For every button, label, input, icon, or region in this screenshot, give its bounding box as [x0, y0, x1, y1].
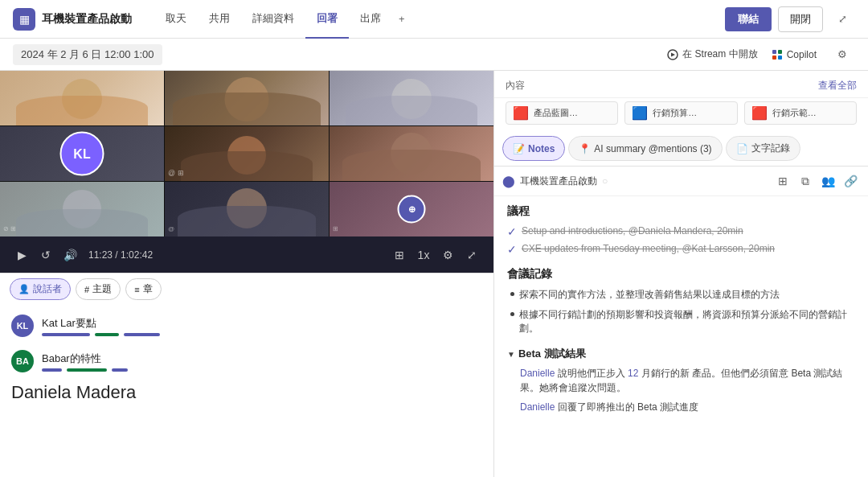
speaker-bars-1 — [42, 333, 482, 336]
speaker-name-2: Babar的特性 — [42, 352, 482, 366]
link-icon[interactable]: 🔗 — [841, 171, 860, 191]
beta-header: ▼ Beta 測試結果 — [507, 347, 855, 361]
svg-rect-2 — [778, 50, 782, 54]
main-content: KL @ ⊞ — [0, 71, 868, 477]
stream-link[interactable]: 在 Stream 中開放 — [666, 47, 757, 61]
tab-topics[interactable]: # 主題 — [76, 278, 121, 300]
time-display: 11:23 / 1:02:42 — [88, 249, 153, 261]
settings-icon[interactable]: ⚙ — [829, 42, 855, 68]
beta-section: ▼ Beta 測試結果 Danielle 說明他們正步入 12 月銷行的新 產品… — [507, 347, 855, 414]
file-card-1[interactable]: 🟥 產品藍圖… — [506, 101, 618, 125]
top-right-actions: 聯結 開閉 ⤢ — [725, 6, 855, 32]
tab-attendance[interactable]: 出席 — [349, 0, 392, 39]
video-overlay-icon-5: @ ⊞ — [168, 166, 184, 178]
copilot-link[interactable]: Copilot — [771, 48, 817, 61]
agenda-text-2b: , 20min — [743, 243, 775, 254]
speaker-item-2[interactable]: BA Babar的特性 — [0, 343, 493, 379]
volume-button[interactable]: 🔊 — [58, 243, 82, 267]
agenda-title: 議程 — [507, 204, 855, 219]
beta-paragraph-1: Danielle 說明他們正步入 12 月銷行的新 產品。但他們必須留意 Bet… — [520, 366, 855, 395]
tab-speakers[interactable]: 👤 說話者 — [10, 278, 71, 300]
app-icon: ▦ — [13, 8, 35, 31]
video-cell-6 — [330, 126, 493, 181]
bullet-dot-1 — [510, 292, 514, 296]
big-speaker-name: Daniela Madera — [0, 379, 493, 406]
tab-share[interactable]: 共用 — [198, 0, 241, 39]
grid-icon[interactable]: ⊞ — [773, 171, 792, 191]
beta-chevron-icon: ▼ — [507, 350, 515, 359]
speaker-item-1[interactable]: KL Kat Lar要點 — [0, 308, 493, 343]
meeting-notes-section: 會議記錄 探索不同的實作方法，並整理改善銷售結果以達成目標的方法 根據不同行銷計… — [507, 267, 855, 335]
speakers-icon: 👤 — [18, 284, 30, 294]
agenda-text-2a: CXE updates from Tuesday meeting, — [522, 243, 682, 254]
tab-chapters[interactable]: ≡ 章 — [125, 278, 161, 300]
tab-chat[interactable]: 取天 — [154, 0, 198, 39]
datetime-display: 2024 年 2 月 6 日 12:00 1:00 — [13, 44, 162, 65]
stream-icon — [666, 48, 679, 61]
panel-tool-row: ⬤ 耳機裝置產品啟動 ○ ⊞ ⧉ 👥 🔗 — [494, 167, 868, 196]
video-overlay-9: ⊞ — [333, 221, 338, 233]
svg-rect-3 — [772, 56, 776, 60]
rewind-button[interactable]: ↺ — [34, 243, 58, 267]
caption-button[interactable]: ⊞ — [387, 243, 411, 267]
transcript-tab-icon: 📄 — [736, 143, 748, 154]
mention-daniela[interactable]: @Daniela Mandera — [628, 225, 712, 236]
agenda-item-2: ✓ CXE updates from Tuesday meeting, @Kat… — [507, 243, 855, 256]
bullet-item-2: 根據不同行銷計劃的預期影響和投資報酬，將資源和預算分派給不同的營銷計劃。 — [507, 308, 855, 335]
play-button[interactable]: ▶ — [10, 243, 34, 267]
month-highlight: 12 — [628, 368, 638, 379]
bullet-item-1: 探索不同的實作方法，並整理改善銷售結果以達成目標的方法 — [507, 288, 855, 302]
agenda-item-1: ✓ Setup and introductions, @Daniela Mand… — [507, 225, 855, 238]
join-button[interactable]: 聯結 — [725, 7, 772, 31]
bullet-text-2: 根據不同行銷計劃的預期影響和投資報酬，將資源和預算分派給不同的營銷計劃。 — [519, 308, 855, 335]
ai-tab-icon: 📍 — [579, 143, 591, 154]
danielle-mention-1[interactable]: Danielle — [520, 368, 555, 379]
right-panel: 內容 查看全部 🟥 產品藍圖… 🟦 行銷預算… 🟥 行銷示範… 📝 Notes — [493, 71, 868, 477]
sub-bar: 2024 年 2 月 6 日 12:00 1:00 在 Stream 中開放 C… — [0, 39, 868, 71]
beta-paragraph-2: Danielle 回覆了即將推出的 Beta 測試進度 — [520, 400, 855, 414]
see-all-link[interactable]: 查看全部 — [818, 79, 857, 93]
video-cell-9: ⊕ ⊞ — [330, 182, 493, 236]
speaker-bars-2 — [42, 368, 482, 372]
tab-details[interactable]: 詳細資料 — [241, 0, 305, 39]
file-card-3[interactable]: 🟥 行銷示範… — [744, 101, 857, 125]
agenda-text-1a: Setup and introductions, — [522, 225, 628, 236]
mention-kat[interactable]: @Kat Larsson — [682, 243, 743, 254]
video-cell-1 — [0, 71, 164, 125]
people-icon[interactable]: 👥 — [818, 171, 837, 191]
file-name-3: 行銷示範… — [772, 107, 817, 119]
open-button[interactable]: 開閉 — [778, 6, 823, 32]
speaker-avatar-2: BA — [11, 350, 34, 372]
speed-button[interactable]: 1x — [411, 243, 436, 267]
fullscreen-button[interactable]: ⤢ — [460, 243, 484, 267]
file-icon-2: 🟦 — [632, 105, 648, 121]
panel-tab-notes[interactable]: 📝 Notes — [502, 136, 565, 161]
notes-tab-icon: 📝 — [513, 143, 525, 154]
file-card-2[interactable]: 🟦 行銷預算… — [624, 101, 737, 125]
svg-rect-4 — [778, 56, 782, 60]
panel-tool-icons: ⊞ ⧉ 👥 🔗 — [773, 171, 860, 191]
check-icon-2: ✓ — [507, 243, 517, 256]
copilot-icon — [771, 48, 784, 61]
video-overlay-8: @ — [168, 221, 174, 233]
speaker-list: KL Kat Lar要點 BA Babar的特性 — [0, 305, 493, 477]
add-tab-button[interactable]: + — [392, 2, 411, 36]
meeting-notes-title: 會議記錄 — [507, 267, 855, 282]
panel-content-header: 內容 查看全部 — [494, 71, 868, 98]
tab-recap[interactable]: 回署 — [305, 0, 349, 39]
panel-tab-transcript[interactable]: 📄 文字記錄 — [726, 136, 800, 161]
danielle-mention-2[interactable]: Danielle — [520, 401, 555, 413]
file-name-2: 行銷預算… — [653, 107, 697, 119]
popout-icon[interactable]: ⤢ — [829, 6, 855, 32]
panel-tab-ai[interactable]: 📍 AI summary @mentions (3) — [568, 136, 722, 161]
svg-rect-1 — [772, 50, 776, 54]
settings-button[interactable]: ⚙ — [436, 243, 460, 267]
notes-body: 議程 ✓ Setup and introductions, @Daniela M… — [494, 196, 868, 477]
speaker-info-2: Babar的特性 — [42, 352, 482, 372]
file-icon-3: 🟥 — [751, 105, 768, 121]
panel-tabs: 📝 Notes 📍 AI summary @mentions (3) 📄 文字記… — [494, 131, 868, 167]
copy-icon[interactable]: ⧉ — [796, 171, 815, 191]
lower-tabs: 👤 說話者 # 主題 ≡ 章 — [0, 273, 493, 305]
file-row: 🟥 產品藍圖… 🟦 行銷預算… 🟥 行銷示範… — [494, 98, 868, 131]
video-cell-5: @ ⊞ — [165, 126, 329, 181]
